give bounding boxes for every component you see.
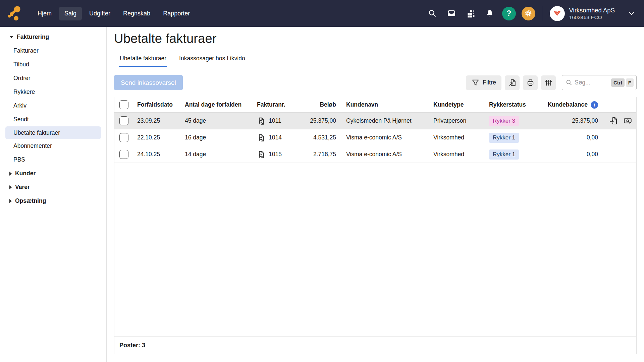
print-button[interactable] <box>523 75 538 90</box>
cell-balance: 0,00 <box>544 151 603 158</box>
sidebar-item-rykkere[interactable]: Rykkere <box>0 85 106 99</box>
row-checkbox[interactable] <box>119 133 128 142</box>
nav-regnskab[interactable]: Regnskab <box>118 7 156 20</box>
apps-icon[interactable] <box>466 9 475 18</box>
filtre-button[interactable]: Filtre <box>466 75 501 90</box>
column-header-kundebalance[interactable]: Kundebalance i <box>544 101 603 109</box>
reminder-status-badge: Rykker 1 <box>489 149 519 160</box>
cell-due-date: 23.09.25 <box>132 117 180 124</box>
visma-logo-icon <box>551 8 563 19</box>
info-icon[interactable]: i <box>591 101 598 109</box>
search-box: Ctrl F <box>562 75 637 90</box>
nav-salg[interactable]: Salg <box>59 7 82 20</box>
economic-logo[interactable] <box>7 5 23 22</box>
printer-icon <box>526 78 535 87</box>
column-header-fakturanr[interactable]: Fakturanr. <box>252 101 306 108</box>
table-row[interactable]: 23.09.25 45 dage 1011 25.375,00 Cykelsme… <box>114 113 636 129</box>
sidebar-section-varer[interactable]: Varer <box>0 180 106 194</box>
column-header-rykkerstatus[interactable]: Rykkerstatus <box>484 101 544 108</box>
column-header-forfaldsdato[interactable]: Forfaldsdato <box>132 101 180 108</box>
cell-customer-type: Privatperson <box>428 117 484 124</box>
notifications-icon[interactable] <box>485 9 494 18</box>
company-id: 1603463 ECO <box>569 14 615 20</box>
caret-right-icon <box>9 199 12 203</box>
company-switcher[interactable]: Virksomhed ApS 1603463 ECO <box>550 6 635 21</box>
kundebalance-label: Kundebalance <box>547 101 588 108</box>
cell-amount: 4.531,25 <box>306 134 341 141</box>
column-settings-button[interactable] <box>541 75 556 90</box>
sidebar-item-sendt[interactable]: Sendt <box>0 113 106 126</box>
sidebar-section-kunder[interactable]: Kunder <box>0 167 106 180</box>
cell-amount: 2.718,75 <box>306 151 341 158</box>
main-content: Ubetalte fakturaer Ubetalte fakturaer In… <box>107 27 644 362</box>
caret-down-icon <box>9 36 13 38</box>
sidebar-item-arkiv[interactable]: Arkiv <box>0 99 106 113</box>
cell-amount: 25.375,00 <box>306 117 341 124</box>
tab-inkassosager[interactable]: Inkassosager hos Likvido <box>178 51 246 67</box>
select-all-checkbox[interactable] <box>119 100 128 109</box>
sidebar-item-pbs[interactable]: PBS <box>0 153 106 167</box>
company-name: Virksomhed ApS <box>569 6 615 14</box>
cell-days-overdue: 14 dage <box>180 151 252 158</box>
inbox-icon[interactable] <box>447 9 456 18</box>
search-icon[interactable] <box>428 9 437 18</box>
cell-balance: 25.375,00 <box>544 117 603 124</box>
invoice-number[interactable]: 1015 <box>269 151 282 158</box>
row-checkbox[interactable] <box>119 150 128 159</box>
column-header-kundetype[interactable]: Kundetype <box>428 101 484 108</box>
column-settings-icon <box>544 78 553 87</box>
send-inkassovarsel-button[interactable]: Send inkassovarsel <box>114 75 183 90</box>
help-icon[interactable]: ? <box>502 7 516 20</box>
sidebar: Fakturering Fakturaer Tilbud Ordrer Rykk… <box>0 27 107 362</box>
cell-customer: Cykelsmeden På Hjørnet <box>341 117 428 124</box>
invoice-number[interactable]: 1011 <box>269 117 281 124</box>
nav-rapporter[interactable]: Rapporter <box>158 7 195 20</box>
nav-hjem[interactable]: Hjem <box>32 7 57 20</box>
topbar: Hjem Salg Udgifter Regnskab Rapporter ? <box>0 0 644 27</box>
filter-icon <box>471 78 480 87</box>
sidebar-item-fakturaer[interactable]: Fakturaer <box>0 44 106 58</box>
page-title: Ubetalte fakturaer <box>114 32 637 46</box>
cell-days-overdue: 16 dage <box>180 134 252 141</box>
sidebar-item-ubetalte-fakturaer[interactable]: Ubetalte fakturaer <box>5 126 101 139</box>
sidebar-section-label: Varer <box>15 184 30 191</box>
sidebar-section-fakturering[interactable]: Fakturering <box>0 30 106 44</box>
invoice-preview-icon[interactable] <box>257 117 266 125</box>
invoice-preview-icon[interactable] <box>257 133 266 142</box>
reminder-status-badge: Rykker 3 <box>489 116 519 126</box>
cell-invoice-no: 1011 <box>252 117 306 125</box>
filtre-label: Filtre <box>483 79 496 86</box>
sidebar-item-tilbud[interactable]: Tilbud <box>0 58 106 71</box>
search-input[interactable] <box>573 79 611 86</box>
table-header-row: Forfaldsdato Antal dage forfalden Faktur… <box>114 97 636 113</box>
sidebar-item-ordrer[interactable]: Ordrer <box>0 71 106 85</box>
settings-icon[interactable] <box>522 7 535 20</box>
sidebar-section-label: Fakturering <box>17 34 49 41</box>
register-payment-icon[interactable] <box>609 116 618 125</box>
table-empty-area <box>114 163 636 337</box>
sidebar-section-opsaetning[interactable]: Opsætning <box>0 194 106 208</box>
tab-bar: Ubetalte fakturaer Inkassosager hos Likv… <box>114 51 637 67</box>
table-row[interactable]: 22.10.25 16 dage 1014 4.531,25 Visma e-c… <box>114 129 636 146</box>
nav-udgifter[interactable]: Udgifter <box>84 7 116 20</box>
row-checkbox[interactable] <box>119 116 128 125</box>
export-button[interactable] <box>505 75 520 90</box>
invoice-preview-icon[interactable] <box>257 150 266 159</box>
column-header-kundenavn[interactable]: Kundenavn <box>341 101 428 108</box>
column-header-antal-dage[interactable]: Antal dage forfalden <box>180 101 252 108</box>
sidebar-section-label: Kunder <box>15 170 36 177</box>
cash-check-icon[interactable] <box>623 116 632 125</box>
cell-customer: Visma e-conomic A/S <box>341 134 428 141</box>
cell-days-overdue: 45 dage <box>180 117 252 124</box>
invoice-number[interactable]: 1014 <box>269 134 282 141</box>
tab-ubetalte-fakturaer[interactable]: Ubetalte fakturaer <box>119 51 167 67</box>
record-count: Poster: 3 <box>114 337 636 354</box>
caret-right-icon <box>9 185 12 189</box>
cell-invoice-no: 1014 <box>252 133 306 142</box>
sidebar-item-abonnementer[interactable]: Abonnementer <box>0 139 106 153</box>
table-row[interactable]: 24.10.25 14 dage 1015 2.718,75 Visma e-c… <box>114 146 636 163</box>
cell-due-date: 22.10.25 <box>132 134 180 141</box>
column-header-belob[interactable]: Beløb <box>306 101 341 108</box>
reminder-status-badge: Rykker 1 <box>489 133 519 143</box>
cell-customer-type: Virksomhed <box>428 134 484 141</box>
